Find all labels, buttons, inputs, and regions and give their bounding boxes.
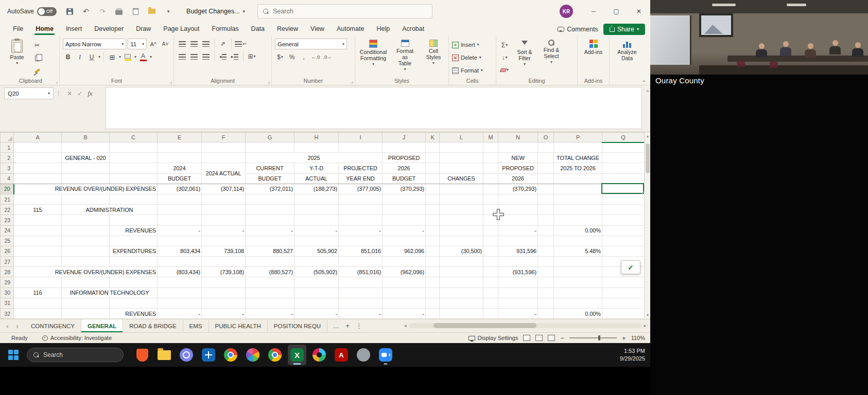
cell-J22[interactable]	[383, 205, 426, 215]
save-button[interactable]	[63, 5, 76, 18]
ribbon-tab-draw[interactable]: Draw	[130, 24, 157, 35]
percent-style-button[interactable]: %	[287, 52, 297, 62]
cell-G31[interactable]	[246, 298, 294, 308]
cell-C4[interactable]	[110, 173, 158, 184]
cell-Q23[interactable]	[602, 215, 645, 225]
cell-B1[interactable]	[62, 142, 110, 153]
cell-Q4[interactable]	[602, 173, 645, 184]
shrink-font-button[interactable]: A˅	[160, 39, 170, 49]
cell-M24[interactable]	[483, 225, 498, 236]
cell-H3[interactable]: Y-T-D	[294, 163, 339, 173]
cell-E28[interactable]: (803,434)	[158, 267, 202, 277]
cell-E29[interactable]	[158, 277, 202, 288]
cell-L4[interactable]: CHANGES	[440, 173, 483, 184]
cell-A31[interactable]	[14, 298, 62, 308]
document-title[interactable]: Budget Changes... ▾	[186, 8, 245, 15]
cell-O24[interactable]	[538, 225, 554, 236]
cell-G27[interactable]	[246, 257, 294, 267]
cell-F2[interactable]	[202, 153, 246, 163]
cell-M3[interactable]	[483, 163, 498, 173]
cell-K22[interactable]	[426, 205, 440, 215]
cell-G20[interactable]: (372,011)	[246, 184, 294, 194]
print-button[interactable]	[112, 5, 126, 18]
zoom-slider-knob[interactable]	[598, 335, 600, 340]
cell-M26[interactable]	[483, 246, 498, 256]
cell-Q1[interactable]	[602, 142, 645, 153]
cell-P31[interactable]	[554, 298, 602, 308]
cell-Q3[interactable]	[602, 163, 645, 173]
cell-H28[interactable]: (505,902)	[294, 267, 339, 277]
cell-Q22[interactable]	[602, 205, 645, 215]
cell-N2[interactable]: NEW	[498, 153, 538, 163]
formula-input[interactable]	[106, 87, 642, 129]
sheet-tab-road-bridge[interactable]: ROAD & BRIDGE	[123, 319, 183, 332]
cell-L24[interactable]	[440, 225, 483, 236]
vertical-scroll-thumb[interactable]	[646, 143, 650, 173]
cell-K30[interactable]	[426, 288, 440, 298]
cell-J23[interactable]	[383, 215, 426, 225]
column-header-I[interactable]: I	[339, 133, 383, 142]
cell-C21[interactable]	[110, 194, 158, 204]
cell-Q29[interactable]	[602, 277, 645, 288]
ribbon-tab-view[interactable]: View	[305, 24, 330, 35]
cell-H31[interactable]	[294, 298, 339, 308]
cell-I23[interactable]	[339, 215, 383, 225]
cell-C2[interactable]	[110, 153, 158, 163]
cell-O1[interactable]	[538, 142, 554, 153]
cell-G24[interactable]: -	[246, 225, 294, 236]
number-dialog-launcher[interactable]: ⌟	[351, 79, 353, 84]
cell-E31[interactable]	[158, 298, 202, 308]
cell-F25[interactable]	[202, 236, 246, 246]
cell-I4[interactable]: YEAR END	[339, 173, 383, 184]
cell-P27[interactable]	[554, 257, 602, 267]
column-header-E[interactable]: E	[158, 133, 202, 142]
horizontal-scroll-thumb[interactable]	[433, 323, 536, 328]
cell-O27[interactable]	[538, 257, 554, 267]
cell-E4[interactable]: BUDGET	[158, 173, 202, 184]
cell-G28[interactable]: (880,527)	[246, 267, 294, 277]
column-header-P[interactable]: P	[554, 133, 602, 142]
cell-H22[interactable]	[294, 205, 339, 215]
cell-O22[interactable]	[538, 205, 554, 215]
cell-J29[interactable]	[383, 277, 426, 288]
ribbon-tab-file[interactable]: File	[7, 24, 29, 35]
cell-B22[interactable]: ADMINISTRATION	[62, 205, 158, 215]
cell-N24[interactable]: -	[498, 225, 538, 236]
alignment-dialog-launcher[interactable]: ⌟	[268, 79, 270, 84]
cell-J3[interactable]: 2026	[383, 163, 426, 173]
fill-color-button[interactable]	[123, 52, 133, 62]
row-header-4[interactable]: 4	[1, 173, 14, 184]
cell-N1[interactable]	[498, 142, 538, 153]
cell-N4[interactable]: 2026	[498, 173, 538, 184]
italic-button[interactable]: I	[75, 52, 85, 62]
cell-G22[interactable]	[246, 205, 294, 215]
cell-Q30[interactable]	[602, 288, 645, 298]
cell-K29[interactable]	[426, 277, 440, 288]
cell-Q32[interactable]	[602, 309, 645, 319]
cell-F1[interactable]	[202, 142, 246, 153]
cell-J26[interactable]: 962,096	[383, 246, 426, 256]
cell-K4[interactable]	[426, 173, 440, 184]
cell-H23[interactable]	[294, 215, 339, 225]
cell-M31[interactable]	[483, 298, 498, 308]
cell-E26[interactable]: 803,434	[158, 246, 202, 256]
comma-style-button[interactable]: ,	[299, 52, 309, 62]
cell-J1[interactable]	[383, 142, 426, 153]
column-header-G[interactable]: G	[246, 133, 294, 142]
scroll-right-arrow[interactable]: ▸	[644, 323, 646, 328]
display-settings-button[interactable]: Display Settings	[468, 335, 518, 341]
cell-K20[interactable]	[426, 184, 440, 194]
sheet-tab-position-requ[interactable]: POSITION REQU	[268, 319, 327, 332]
cell-L28[interactable]	[440, 267, 483, 277]
cell-N22[interactable]	[498, 205, 538, 215]
cell-L31[interactable]	[440, 298, 483, 308]
cell-L22[interactable]	[440, 205, 483, 215]
sheet-tab-contingency[interactable]: CONTINGENCY	[25, 319, 81, 332]
analyze-data-button[interactable]: Analyze Data	[613, 39, 641, 62]
decrease-decimal-button[interactable]: .0→	[322, 52, 333, 62]
cell-C32[interactable]: REVENUES	[110, 309, 158, 319]
cell-B30[interactable]: INFORMATION TECHNOLOGY	[62, 288, 158, 298]
cell-O29[interactable]	[538, 277, 554, 288]
cell-Q31[interactable]	[602, 298, 645, 308]
cell-A28[interactable]: REVENUE OVER/(UNDER) EXPENSES	[14, 267, 158, 277]
